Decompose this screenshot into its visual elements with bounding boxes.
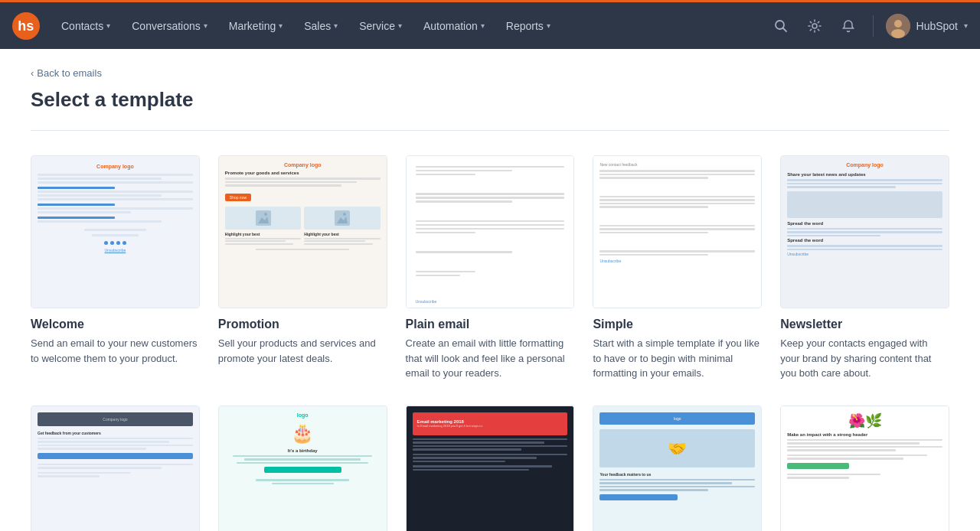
template-name-newsletter: Newsletter bbox=[780, 318, 949, 331]
template-preview-floral: 🌺🌿 Make an impact with a strong header bbox=[780, 406, 949, 532]
template-preview-feedback: Company logo Get feedback from your cust… bbox=[31, 406, 200, 532]
navbar: hs Contacts ▾ Conversations ▾ Marketing … bbox=[0, 0, 980, 49]
template-desc-welcome: Send an email to your new customers to w… bbox=[31, 336, 200, 366]
nav-item-contacts[interactable]: Contacts ▾ bbox=[52, 14, 119, 38]
template-grid-row2: Company logo Get feedback from your cust… bbox=[31, 406, 949, 532]
template-desc-simple: Start with a simple template if you like… bbox=[593, 336, 762, 381]
nav-links: Contacts ▾ Conversations ▾ Marketing ▾ S… bbox=[52, 14, 769, 38]
back-to-emails-link[interactable]: ‹ Back to emails bbox=[31, 67, 949, 79]
svg-point-6 bbox=[894, 20, 902, 28]
nav-item-automation[interactable]: Automation ▾ bbox=[414, 14, 494, 38]
nav-item-marketing[interactable]: Marketing ▾ bbox=[220, 14, 292, 38]
template-name-plain: Plain email bbox=[406, 318, 575, 331]
chevron-down-icon: ▾ bbox=[481, 21, 485, 30]
chevron-down-icon: ▾ bbox=[279, 21, 283, 30]
template-preview-dark: Email marketing 2018 In Email marketing … bbox=[406, 406, 575, 532]
user-chevron-icon: ▾ bbox=[964, 21, 968, 30]
template-name-simple: Simple bbox=[593, 318, 762, 331]
chevron-down-icon: ▾ bbox=[334, 21, 338, 30]
chevron-down-icon: ▾ bbox=[106, 21, 110, 30]
template-card-birthday[interactable]: logo 🎂 It's a birthday Birthday bbox=[218, 406, 387, 532]
template-card-feedback[interactable]: Company logo Get feedback from your cust… bbox=[31, 406, 200, 532]
svg-point-4 bbox=[812, 24, 817, 28]
settings-button[interactable] bbox=[802, 14, 827, 38]
template-card-newsletter[interactable]: Company logo Share your latest news and … bbox=[780, 155, 949, 381]
template-name-promotion: Promotion bbox=[218, 318, 387, 331]
template-card-welcome[interactable]: Company logo bbox=[31, 155, 200, 381]
user-menu[interactable]: HubSpot ▾ bbox=[886, 14, 968, 38]
chevron-down-icon: ▾ bbox=[547, 21, 550, 30]
nav-divider bbox=[873, 15, 874, 37]
avatar bbox=[886, 14, 910, 38]
chevron-down-icon: ▾ bbox=[398, 21, 402, 30]
hubspot-logo[interactable]: hs bbox=[12, 12, 40, 40]
template-preview-feedback2: logo 🤝 Your feedback matters to us bbox=[593, 406, 762, 532]
svg-point-10 bbox=[264, 213, 267, 216]
nav-item-sales[interactable]: Sales ▾ bbox=[295, 14, 347, 38]
template-preview-welcome: Company logo bbox=[31, 155, 200, 308]
svg-line-3 bbox=[782, 28, 786, 31]
template-preview-simple: New contact feedback Unsu bbox=[593, 155, 762, 308]
search-button[interactable] bbox=[769, 14, 793, 38]
template-card-feedback2[interactable]: logo 🤝 Your feedback matters to us Your … bbox=[593, 406, 762, 532]
nav-item-reports[interactable]: Reports ▾ bbox=[497, 14, 560, 38]
template-card-plain[interactable]: Unsubscribe Plain email Create an email … bbox=[406, 155, 575, 381]
template-preview-birthday: logo 🎂 It's a birthday bbox=[218, 406, 387, 532]
template-card-simple[interactable]: New contact feedback Unsu bbox=[593, 155, 762, 381]
template-preview-promotion: Company logo Promote your goods and serv… bbox=[218, 155, 387, 308]
svg-point-7 bbox=[891, 29, 905, 38]
nav-right: HubSpot ▾ bbox=[769, 14, 968, 38]
chevron-down-icon: ▾ bbox=[204, 21, 207, 30]
user-name: HubSpot bbox=[916, 20, 958, 32]
nav-item-service[interactable]: Service ▾ bbox=[350, 14, 411, 38]
divider bbox=[31, 130, 949, 131]
svg-text:hs: hs bbox=[18, 18, 34, 34]
svg-point-13 bbox=[343, 213, 346, 216]
template-desc-plain: Create an email with little formatting t… bbox=[406, 336, 575, 381]
template-card-floral[interactable]: 🌺🌿 Make an impact with a strong header M… bbox=[780, 406, 949, 532]
template-grid-row1: Company logo bbox=[31, 155, 949, 381]
template-desc-promotion: Sell your products and services and prom… bbox=[218, 336, 387, 366]
template-preview-plain: Unsubscribe bbox=[406, 155, 575, 308]
template-card-promotion[interactable]: Company logo Promote your goods and serv… bbox=[218, 155, 387, 381]
template-preview-newsletter: Company logo Share your latest news and … bbox=[780, 155, 949, 308]
nav-item-conversations[interactable]: Conversations ▾ bbox=[122, 14, 217, 38]
page-content: ‹ Back to emails Select a template Compa… bbox=[0, 49, 980, 531]
template-desc-newsletter: Keep your contacts engaged with your bra… bbox=[780, 336, 949, 381]
template-card-dark[interactable]: Email marketing 2018 In Email marketing … bbox=[406, 406, 575, 532]
page-title: Select a template bbox=[31, 88, 949, 112]
notifications-button[interactable] bbox=[836, 14, 861, 38]
back-arrow-icon: ‹ bbox=[31, 67, 34, 79]
template-name-welcome: Welcome bbox=[31, 318, 200, 331]
